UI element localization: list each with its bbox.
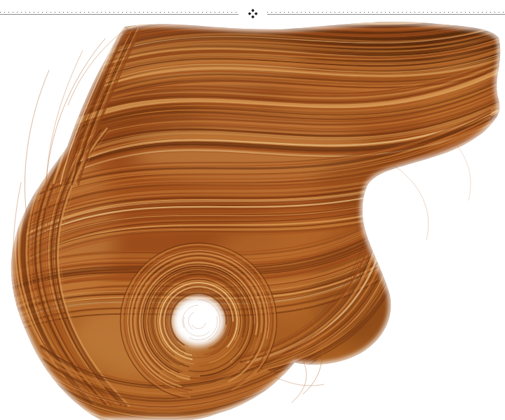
hair-product-photo: [0, 0, 505, 420]
divider-rule-right: [267, 12, 505, 15]
four-diamond-ornament-icon: [248, 8, 258, 19]
decorative-divider: [0, 8, 505, 19]
product-photo-page: [0, 0, 505, 420]
divider-rule-left: [0, 12, 238, 15]
